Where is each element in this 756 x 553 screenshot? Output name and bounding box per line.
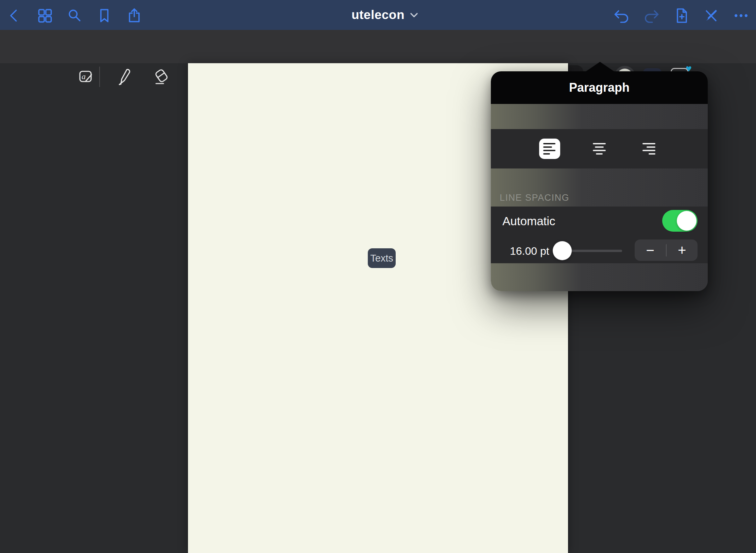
notes-app-window: utelecon a [0,0,756,553]
document-title-button[interactable]: utelecon [327,0,443,30]
convert-handwriting-icon: a [76,67,95,86]
undo-icon [613,7,631,24]
bookmark-icon [96,7,113,24]
redo-button[interactable] [642,6,661,25]
chevron-down-icon [410,12,418,18]
share-button[interactable] [125,6,144,25]
search-button[interactable] [65,6,84,25]
convert-handwriting-tool[interactable]: a [76,67,95,86]
paragraph-popover: Paragraph LINE SPACING Automatic 16.00 p… [491,71,708,291]
popover-blur-band [491,104,708,129]
reading-mode-button[interactable] [702,6,721,25]
line-spacing-section-label: LINE SPACING [500,193,569,203]
align-center-icon [593,143,606,155]
automatic-label: Automatic [502,214,555,228]
popover-arrow [585,62,615,72]
line-spacing-controls: Automatic 16.00 pt − + [491,207,708,263]
popover-title: Paragraph [569,81,630,95]
alignment-row [491,129,708,168]
edit-toolbar: a [0,30,756,63]
page-thumbnails-button[interactable] [35,6,54,25]
toolbar-divider [99,67,100,87]
popover-blur-band [491,263,708,291]
align-left-icon [543,143,556,155]
popover-blur-band: LINE SPACING [491,168,708,207]
svg-text:a: a [82,72,86,81]
align-left-option[interactable] [539,139,560,159]
align-right-option[interactable] [638,139,659,159]
automatic-toggle[interactable] [662,210,698,232]
pen-cross-icon [702,7,720,24]
line-spacing-slider[interactable] [554,241,624,260]
back-chevron-icon [5,7,23,24]
bookmark-button[interactable] [95,6,114,25]
back-button[interactable] [5,6,24,25]
slider-thumb[interactable] [553,241,572,260]
text-object[interactable]: Texts [368,248,396,268]
add-page-icon [673,7,690,24]
undo-button[interactable] [612,6,631,25]
ellipsis-icon [732,7,750,24]
pen-tool[interactable] [114,67,133,86]
align-center-option[interactable] [589,139,610,159]
popover-header: Paragraph [491,71,708,104]
share-icon [125,7,143,24]
line-spacing-value: 16.00 pt [510,245,549,257]
toggle-knob [677,211,697,231]
document-title: utelecon [351,8,405,22]
add-page-button[interactable] [672,6,691,25]
eraser-icon [152,67,171,86]
grid-thumbnails-icon [36,7,54,24]
increase-button[interactable]: + [667,239,698,261]
pen-icon [114,67,133,86]
line-spacing-stepper: − + [635,239,698,261]
more-button[interactable] [732,6,751,25]
eraser-tool[interactable] [152,67,171,86]
align-right-icon [642,143,655,155]
navigation-bar: utelecon [0,0,756,30]
redo-icon [642,7,660,24]
search-icon [66,7,83,24]
decrease-button[interactable]: − [635,239,666,261]
